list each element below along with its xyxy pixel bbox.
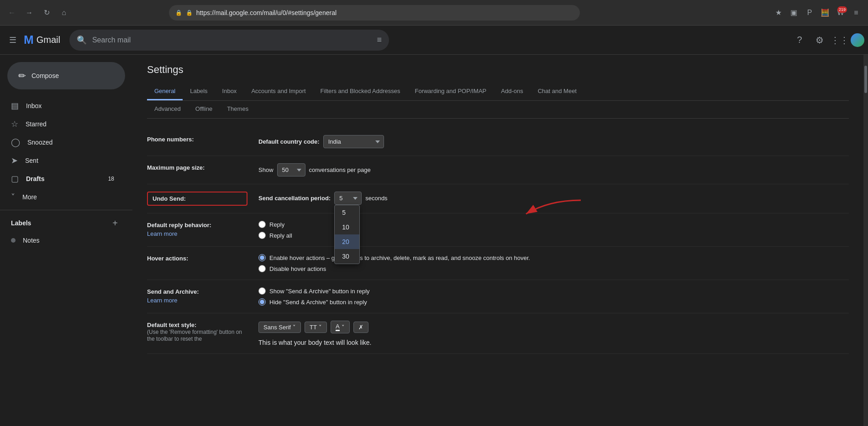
top-right-icons: ? ⚙ ⋮⋮ xyxy=(790,31,864,49)
tab-general[interactable]: General xyxy=(147,83,183,100)
disable-hover-option[interactable]: Disable hover actions xyxy=(258,265,849,272)
font-size-button[interactable]: TT ˅ xyxy=(305,322,327,333)
tab-chat[interactable]: Chat and Meet xyxy=(531,83,584,100)
font-color-button[interactable]: A ˅ xyxy=(331,321,350,333)
snoozed-label: Snoozed xyxy=(27,139,114,146)
max-page-size-label: Maximum page size: xyxy=(147,163,247,171)
url-text: https://mail.google.com/mail/u/0/#settin… xyxy=(196,9,337,16)
sidebar-item-notes[interactable]: Notes xyxy=(0,232,125,249)
page-title: Settings xyxy=(147,64,849,76)
tab-forwarding[interactable]: Forwarding and POP/IMAP xyxy=(407,83,494,100)
sidebar-item-sent[interactable]: ➤ Sent xyxy=(0,151,125,170)
scroll-thumb[interactable] xyxy=(864,66,867,93)
clear-formatting-button[interactable]: ✗ xyxy=(353,322,368,333)
tab-addons[interactable]: Add-ons xyxy=(494,83,530,100)
browser-chrome: ← → ↻ ⌂ 🔒 🔒 https://mail.google.com/mail… xyxy=(0,0,868,26)
show-send-archive-option[interactable]: Show "Send & Archive" button in reply xyxy=(258,287,849,295)
lock-icon: 🔒 xyxy=(186,10,193,16)
search-bar[interactable]: 🔍 ≡ xyxy=(69,30,389,51)
sidebar-item-drafts[interactable]: ▢ Drafts 18 xyxy=(0,170,125,188)
reply-all-label: Reply all xyxy=(269,232,292,239)
tab-accounts[interactable]: Accounts and Import xyxy=(244,83,313,100)
settings-button[interactable]: ⚙ xyxy=(810,31,829,49)
text-style-controls: Sans Serif ˅ TT ˅ A ˅ xyxy=(258,321,849,333)
dropdown-option-5[interactable]: 5 xyxy=(335,205,359,220)
default-text-style-label: Default text style: (Use the 'Remove for… xyxy=(147,321,247,342)
send-archive-learn-more-link[interactable]: Learn more xyxy=(147,297,247,304)
hover-actions-row: Hover actions: Enable hover actions – ga… xyxy=(147,247,849,280)
disable-hover-radio[interactable] xyxy=(258,265,266,272)
search-input[interactable] xyxy=(92,36,371,44)
enable-hover-radio[interactable] xyxy=(258,254,266,261)
font-family-select[interactable]: Sans Serif ˅ xyxy=(258,322,301,333)
scrollbar[interactable] xyxy=(863,55,868,426)
sidebar-item-snoozed[interactable]: ◯ Snoozed xyxy=(0,133,125,151)
more-label: More xyxy=(22,193,114,201)
inbox-icon: ▤ xyxy=(11,101,19,111)
default-reply-learn-more-link[interactable]: Learn more xyxy=(147,230,247,237)
logo-letter-m: M xyxy=(24,33,34,47)
dropdown-option-20[interactable]: 20 xyxy=(335,234,359,249)
show-send-archive-radio[interactable] xyxy=(258,287,266,295)
send-archive-content: Show "Send & Archive" button in reply Hi… xyxy=(258,287,849,306)
default-reply-row: Default reply behavior: Learn more Reply… xyxy=(147,213,849,247)
default-text-style-content: Sans Serif ˅ TT ˅ A ˅ xyxy=(258,321,849,346)
compose-label: Compose xyxy=(32,72,59,79)
bookmark-button[interactable]: ★ xyxy=(772,6,785,19)
reply-all-radio[interactable] xyxy=(258,232,266,239)
pocket-button[interactable]: ▣ xyxy=(788,6,800,19)
undo-send-content: Send cancellation period: 5 10 20 30 xyxy=(258,192,849,205)
hide-send-archive-radio[interactable] xyxy=(258,298,266,306)
hide-send-archive-option[interactable]: Hide "Send & Archive" button in reply xyxy=(258,298,849,306)
notification-button[interactable]: W 219 xyxy=(834,6,847,19)
labels-section-title: Labels xyxy=(11,219,31,227)
hamburger-menu-button[interactable]: ☰ xyxy=(4,31,22,49)
forward-button[interactable]: → xyxy=(23,6,36,19)
back-button[interactable]: ← xyxy=(5,6,18,19)
notification-badge: 219 xyxy=(837,6,847,13)
profile-button[interactable]: P xyxy=(803,6,816,19)
dropdown-option-10[interactable]: 10 xyxy=(335,220,359,234)
app-container: ☰ M Gmail 🔍 ≡ ? ⚙ ⋮⋮ ✏ Compose xyxy=(0,26,868,426)
default-text-style-row: Default text style: (Use the 'Remove for… xyxy=(147,313,849,354)
clear-format-icon: ✗ xyxy=(358,324,363,331)
phone-numbers-content: Default country code: India United State… xyxy=(258,135,849,148)
add-label-button[interactable]: + xyxy=(109,217,121,229)
compose-icon: ✏ xyxy=(18,70,26,81)
undo-send-label: Undo Send: xyxy=(147,192,247,206)
sidebar: ✏ Compose ▤ Inbox ☆ Starred ◯ Snoozed ➤ … xyxy=(0,55,132,426)
disable-hover-label: Disable hover actions xyxy=(269,265,326,272)
menu-button[interactable]: ≡ xyxy=(850,6,863,19)
dropdown-option-30[interactable]: 30 xyxy=(335,249,359,264)
extensions-button[interactable]: 🧮 xyxy=(819,6,831,19)
drafts-label: Drafts xyxy=(26,175,101,182)
reply-radio[interactable] xyxy=(258,221,266,228)
sidebar-item-starred[interactable]: ☆ Starred xyxy=(0,115,125,133)
address-bar[interactable]: 🔒 🔒 https://mail.google.com/mail/u/0/#se… xyxy=(169,5,580,21)
tab-inbox[interactable]: Inbox xyxy=(215,83,244,100)
chevron-down-icon: ˅ xyxy=(11,192,15,202)
search-options-button[interactable]: ≡ xyxy=(377,35,382,45)
user-avatar[interactable] xyxy=(851,33,864,47)
inbox-label: Inbox xyxy=(26,102,114,109)
compose-button[interactable]: ✏ Compose xyxy=(7,62,125,89)
page-size-select[interactable]: 10 25 50 100 xyxy=(277,163,305,177)
send-archive-label: Send and Archive: Learn more xyxy=(147,287,247,304)
tab-advanced[interactable]: Advanced xyxy=(147,101,188,118)
tab-themes[interactable]: Themes xyxy=(220,101,256,118)
tab-offline[interactable]: Offline xyxy=(188,101,220,118)
tab-labels[interactable]: Labels xyxy=(183,83,215,100)
country-code-select[interactable]: India United States United Kingdom xyxy=(323,135,384,148)
sidebar-item-inbox[interactable]: ▤ Inbox xyxy=(0,97,125,115)
search-icon: 🔍 xyxy=(77,35,87,45)
font-size-chevron: ˅ xyxy=(319,324,322,331)
starred-label: Starred xyxy=(26,120,114,128)
reload-button[interactable]: ↻ xyxy=(40,6,53,19)
home-button[interactable]: ⌂ xyxy=(58,6,70,19)
sidebar-item-more[interactable]: ˅ More xyxy=(0,188,125,206)
cancellation-period-select[interactable]: 5 10 20 30 xyxy=(334,192,362,205)
help-button[interactable]: ? xyxy=(790,31,809,49)
hide-send-archive-label: Hide "Send & Archive" button in reply xyxy=(269,299,367,306)
tab-filters[interactable]: Filters and Blocked Addresses xyxy=(313,83,408,100)
apps-button[interactable]: ⋮⋮ xyxy=(831,31,849,49)
